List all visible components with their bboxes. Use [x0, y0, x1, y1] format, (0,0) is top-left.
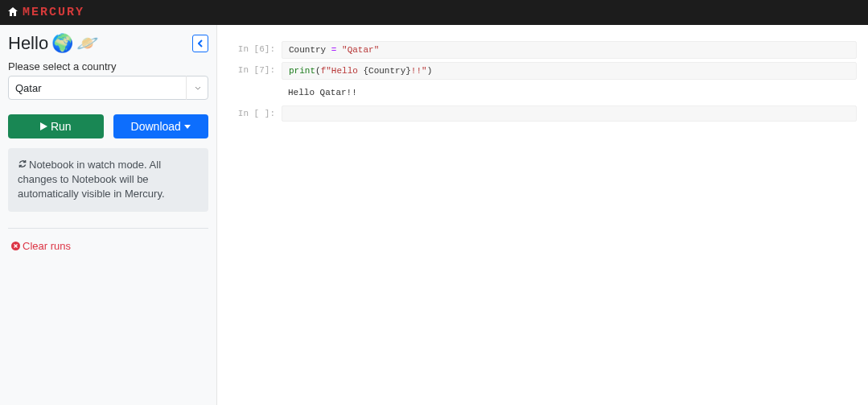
page-title: Hello 🌍 🪐: [8, 33, 98, 54]
home-icon[interactable]: [8, 7, 18, 19]
cell-prompt: In [ ]:: [217, 105, 282, 122]
error-icon: [11, 242, 20, 250]
country-select-label: Please select a country: [8, 60, 208, 72]
info-text: Notebook in watch mode. All changes to N…: [18, 159, 165, 200]
code-cell: In [7]: print(f"Hello {Country}!!"): [217, 62, 857, 80]
download-button-label: Download: [131, 120, 181, 133]
divider: [8, 228, 208, 229]
cell-prompt: In [7]:: [217, 62, 282, 80]
clear-runs-link[interactable]: Clear runs: [11, 240, 208, 252]
planet-icon: 🪐: [76, 33, 98, 54]
code-cell: In [ ]:: [217, 105, 857, 122]
cell-prompt: In [6]:: [217, 41, 282, 59]
cell-prompt-empty: [217, 83, 282, 102]
earth-icon: 🌍: [51, 33, 73, 54]
download-button[interactable]: Download: [113, 114, 209, 138]
cell-content: Hello Qatar!!: [282, 83, 857, 102]
button-row: Run Download: [8, 114, 208, 138]
country-select-value[interactable]: Qatar: [8, 76, 208, 100]
play-icon: [40, 122, 47, 130]
notebook-main: In [6]: Country = "Qatar" In [7]: print(…: [217, 25, 868, 405]
caret-down-icon: [184, 125, 191, 129]
brand-logo[interactable]: MERCURY: [23, 6, 84, 19]
clear-runs-label: Clear runs: [23, 240, 71, 252]
cell-input[interactable]: Country = "Qatar": [282, 41, 857, 59]
country-select[interactable]: Qatar: [8, 76, 208, 100]
cell-content: print(f"Hello {Country}!!"): [282, 62, 857, 80]
cell-output: Hello Qatar!!: [282, 83, 857, 102]
sidebar-header: Hello 🌍 🪐: [8, 33, 208, 54]
code-cell: In [6]: Country = "Qatar": [217, 41, 857, 59]
header: MERCURY: [0, 0, 868, 25]
collapse-sidebar-button[interactable]: [192, 35, 208, 52]
cell-input[interactable]: print(f"Hello {Country}!!"): [282, 62, 857, 80]
run-button[interactable]: Run: [8, 114, 104, 138]
run-button-label: Run: [51, 120, 72, 133]
main-container: Hello 🌍 🪐 Please select a country Qatar …: [0, 25, 868, 405]
refresh-icon: [18, 158, 27, 172]
output-row: Hello Qatar!!: [217, 83, 857, 102]
title-text: Hello: [8, 33, 48, 54]
sidebar: Hello 🌍 🪐 Please select a country Qatar …: [0, 25, 217, 405]
cell-content: Country = "Qatar": [282, 41, 857, 59]
cell-content: [282, 105, 857, 122]
info-box: Notebook in watch mode. All changes to N…: [8, 148, 208, 212]
cell-input[interactable]: [282, 105, 857, 122]
